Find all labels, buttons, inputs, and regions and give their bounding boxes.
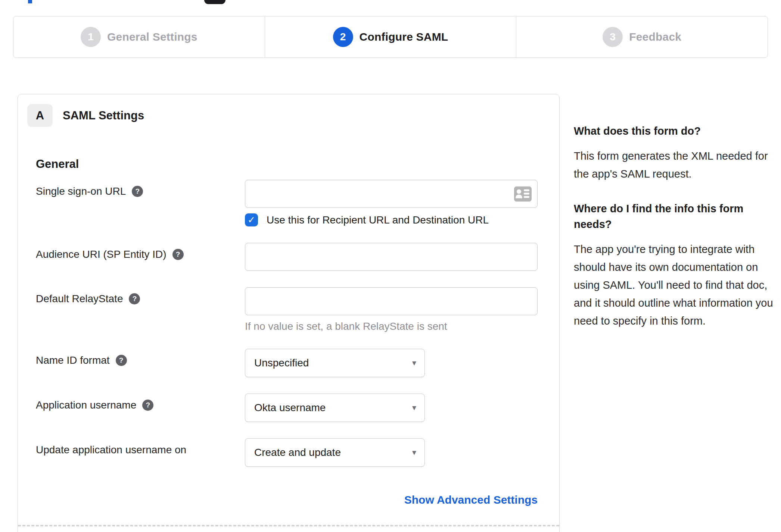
update-application-username-value: Create and update: [254, 447, 341, 459]
relaystate-hint: If no value is set, a blank RelayState i…: [245, 320, 541, 332]
contact-card-icon[interactable]: [514, 186, 532, 201]
help-icon[interactable]: ?: [129, 293, 140, 304]
application-username-value: Okta username: [254, 402, 326, 414]
relaystate-label-group: Default RelayState ?: [36, 287, 245, 332]
step-number-badge: 2: [333, 27, 353, 47]
field-row-audience: Audience URI (SP Entity ID) ?: [36, 243, 541, 271]
help-heading: Where do I find the info this form needs…: [574, 201, 777, 232]
nameid-label-group: Name ID format ?: [36, 349, 245, 377]
recipient-url-checkbox[interactable]: ✓: [245, 213, 258, 226]
update-username-label: Update application username on: [36, 443, 186, 457]
step-general-settings[interactable]: 1 General Settings: [13, 16, 265, 57]
audience-label: Audience URI (SP Entity ID): [36, 248, 167, 261]
help-icon[interactable]: ?: [132, 186, 143, 197]
update-username-label-group: Update application username on: [36, 438, 245, 467]
audience-label-group: Audience URI (SP Entity ID) ?: [36, 243, 245, 271]
help-section-what: What does this form do? This form genera…: [574, 123, 777, 183]
help-sidebar: What does this form do? This form genera…: [574, 123, 777, 330]
help-icon[interactable]: ?: [142, 400, 153, 411]
field-row-nameid: Name ID format ? Unspecified ▾: [36, 349, 541, 377]
sso-label: Single sign-on URL: [36, 185, 126, 198]
step-configure-saml[interactable]: 2 Configure SAML: [265, 16, 516, 57]
sso-url-input[interactable]: [245, 180, 538, 208]
field-row-app-username: Application username ? Okta username ▾: [36, 394, 541, 422]
saml-settings-panel: A SAML Settings General Single sign-on U…: [18, 94, 560, 532]
app-username-label-group: Application username ?: [36, 394, 245, 422]
cutoff-app-icon-fragment: [204, 0, 225, 4]
general-group-heading: General: [36, 157, 541, 171]
help-heading: What does this form do?: [574, 123, 777, 139]
step-number-badge: 3: [603, 27, 623, 47]
step-number-badge: 1: [81, 27, 101, 47]
name-id-format-select[interactable]: Unspecified ▾: [245, 349, 425, 377]
update-application-username-select[interactable]: Create and update ▾: [245, 438, 425, 467]
sso-checkbox-row: ✓ Use this for Recipient URL and Destina…: [245, 213, 541, 226]
nameid-label: Name ID format: [36, 354, 110, 367]
audience-uri-input[interactable]: [245, 243, 538, 271]
wizard-stepper: 1 General Settings 2 Configure SAML 3 Fe…: [13, 16, 768, 58]
cutoff-logo-fragment: [28, 0, 32, 3]
help-body: This form generates the XML needed for t…: [574, 147, 777, 183]
chevron-down-icon: ▾: [412, 358, 416, 368]
field-row-relaystate: Default RelayState ? If no value is set,…: [36, 287, 541, 332]
advanced-settings-row: Show Advanced Settings: [36, 494, 538, 506]
chevron-down-icon: ▾: [412, 403, 416, 413]
section-dashed-divider: [18, 525, 559, 526]
step-label: Configure SAML: [360, 31, 448, 43]
help-icon[interactable]: ?: [116, 355, 127, 366]
help-section-where: Where do I find the info this form needs…: [574, 201, 777, 330]
step-label: General Settings: [107, 31, 197, 43]
relaystate-label: Default RelayState: [36, 292, 123, 306]
panel-title: SAML Settings: [63, 109, 144, 122]
field-row-sso: Single sign-on URL ? ✓ Use this for Reci…: [36, 180, 541, 226]
field-row-update-username: Update application username on Create an…: [36, 438, 541, 467]
help-body: The app you're trying to integrate with …: [574, 240, 777, 330]
sso-label-group: Single sign-on URL ?: [36, 180, 245, 226]
application-username-select[interactable]: Okta username ▾: [245, 394, 425, 422]
relaystate-input[interactable]: [245, 287, 538, 315]
app-username-label: Application username: [36, 398, 136, 412]
name-id-format-value: Unspecified: [254, 357, 309, 369]
help-icon[interactable]: ?: [172, 249, 184, 260]
step-feedback[interactable]: 3 Feedback: [516, 16, 768, 57]
section-a-badge: A: [27, 104, 53, 127]
panel-header: A SAML Settings: [27, 104, 541, 127]
chevron-down-icon: ▾: [412, 448, 416, 457]
recipient-url-checkbox-label: Use this for Recipient URL and Destinati…: [267, 214, 489, 226]
step-label: Feedback: [629, 31, 681, 43]
show-advanced-settings-link[interactable]: Show Advanced Settings: [404, 494, 538, 506]
